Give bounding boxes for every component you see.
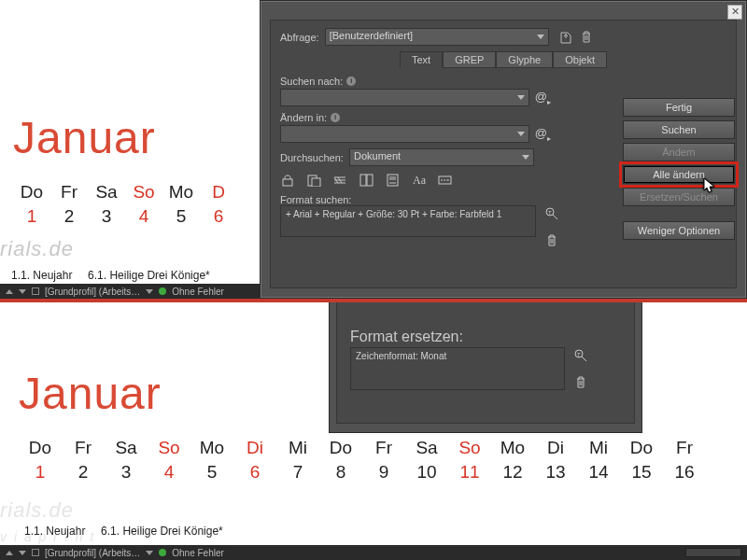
info-icon: i — [346, 77, 356, 86]
calendar-bottom: Januar DoFrSaSoMoDiMiDoFrSaSoMoDiMiDoFr … — [19, 368, 728, 484]
date-cell: 10 — [405, 460, 448, 484]
query-label: Abfrage: — [280, 32, 319, 43]
weekday-cell: Mo — [491, 436, 534, 460]
weekday-cell: Mo — [162, 180, 200, 204]
locked-stories-icon[interactable] — [306, 172, 323, 189]
month-title: Januar — [13, 112, 256, 163]
weekday-cell: Sa — [105, 436, 148, 460]
status-ok-icon — [159, 287, 166, 295]
tab-text[interactable]: Text — [400, 51, 443, 68]
query-dropdown[interactable]: [Benutzerdefiniert] — [325, 28, 549, 46]
tab-grep[interactable]: GREP — [443, 51, 496, 68]
scope-label: Durchsuchen: — [280, 152, 344, 163]
scope-dropdown[interactable]: Dokument — [349, 148, 534, 166]
watermark: rials.dev i a p r i n t — [0, 498, 95, 547]
status-right-box — [685, 548, 741, 557]
find-format-box[interactable]: + Arial + Regular + Größe: 30 Pt + Farbe… — [280, 205, 536, 237]
date-cell: 5 — [190, 460, 233, 484]
date-cell: 1 — [13, 204, 50, 229]
find-button[interactable]: Suchen — [623, 120, 735, 139]
date-cell: 11 — [448, 460, 491, 484]
delete-query-icon[interactable] — [579, 30, 594, 45]
errors-label: Ohne Fehler — [172, 287, 224, 297]
specify-format-icon[interactable]: T — [572, 347, 589, 364]
date-cell: 1 — [19, 460, 62, 484]
status-ok-icon — [159, 549, 166, 556]
nav-prev-icon[interactable] — [6, 289, 13, 294]
locked-layers-icon[interactable] — [280, 172, 297, 189]
date-cell: 6 — [233, 460, 276, 484]
specify-format-icon[interactable]: T — [543, 205, 560, 222]
month-title: Januar — [19, 368, 728, 419]
dropdown-icon[interactable] — [146, 551, 153, 555]
profile-label: [Grundprofil] (Arbeits… — [45, 287, 140, 297]
special-char-icon[interactable]: @▸ — [535, 126, 551, 143]
weekday-cell: Fr — [50, 180, 88, 204]
find-format-label: Format suchen: — [280, 194, 560, 205]
weekday-cell: Di — [233, 436, 276, 460]
master-pages-icon[interactable] — [359, 172, 375, 189]
week-table-top: DoFrSaSoMoD 123456 — [13, 180, 237, 229]
svg-rect-5 — [388, 175, 398, 186]
weekday-cell: Fr — [663, 436, 706, 460]
profile-label: [Grundprofil] (Arbeits… — [45, 548, 140, 558]
info-icon: i — [331, 113, 340, 122]
search-option-icons: Aa — [280, 172, 560, 189]
hidden-layers-icon[interactable] — [332, 172, 349, 189]
note-neujahr: 1.1. Neujahr — [24, 525, 85, 538]
calendar-notes-top: 1.1. Neujahr 6.1. Heilige Drei Könige* — [11, 269, 210, 282]
page-icon — [32, 549, 39, 556]
weekday-cell: Sa — [88, 180, 125, 204]
action-buttons: Fertig Suchen Ändern Alle ändern Ersetze… — [623, 66, 735, 240]
nav-prev-icon[interactable] — [6, 551, 13, 555]
change-input[interactable] — [280, 125, 529, 143]
errors-label: Ohne Fehler — [172, 548, 224, 558]
status-bar-top: [Grundprofil] (Arbeits… Ohne Fehler — [0, 284, 261, 299]
date-cell: 6 — [200, 204, 237, 229]
fewer-options-button[interactable]: Weniger Optionen — [623, 221, 735, 240]
case-sensitive-icon[interactable]: Aa — [411, 172, 428, 189]
weekday-cell: Mo — [190, 436, 233, 460]
date-cell: 4 — [148, 460, 190, 484]
done-button[interactable]: Fertig — [623, 98, 735, 117]
weekday-cell: So — [148, 436, 190, 460]
change-format-label: Format ersetzen: — [350, 329, 625, 345]
note-koenige: 6.1. Heilige Drei Könige* — [101, 525, 223, 538]
week-table-bottom: DoFrSaSoMoDiMiDoFrSaSoMoDiMiDoFr 1234567… — [19, 436, 706, 484]
clear-format-icon[interactable] — [543, 231, 560, 248]
weekday-cell: D — [200, 180, 237, 204]
svg-rect-3 — [360, 175, 366, 186]
weekday-cell: Do — [319, 436, 362, 460]
replace-find-button: Ersetzen/Suchen — [623, 188, 735, 206]
dropdown-icon[interactable] — [146, 289, 153, 294]
footnotes-icon[interactable] — [385, 172, 402, 189]
date-cell: 16 — [663, 460, 706, 484]
find-change-dialog: ✕ Abfrage: [Benutzerdefiniert] Text GREP… — [260, 0, 747, 299]
calendar-top: Januar DoFrSaSoMoD 123456 — [13, 112, 256, 229]
query-value: [Benutzerdefiniert] — [330, 30, 413, 41]
tab-glyphe[interactable]: Glyphe — [496, 51, 553, 68]
scope-value: Dokument — [354, 150, 401, 161]
find-label: Suchen nach: — [280, 76, 343, 87]
whole-word-icon[interactable] — [437, 172, 454, 189]
tab-objekt[interactable]: Objekt — [553, 51, 607, 68]
svg-rect-4 — [367, 175, 373, 186]
note-neujahr: 1.1. Neujahr — [11, 269, 72, 282]
change-all-button[interactable]: Alle ändern — [623, 165, 735, 184]
weekday-cell: Mi — [577, 436, 620, 460]
svg-rect-0 — [283, 179, 292, 186]
date-cell: 13 — [534, 460, 577, 484]
weekday-cell: Sa — [405, 436, 448, 460]
special-char-icon[interactable]: @▸ — [535, 90, 551, 106]
nav-next-icon[interactable] — [19, 551, 26, 555]
nav-next-icon[interactable] — [19, 289, 26, 294]
date-cell: 12 — [491, 460, 534, 484]
weekday-cell: Fr — [362, 436, 405, 460]
weekday-cell: Do — [620, 436, 663, 460]
weekday-cell: So — [125, 180, 162, 204]
change-button: Ändern — [623, 143, 735, 161]
close-icon[interactable]: ✕ — [727, 5, 742, 20]
find-input[interactable] — [280, 89, 529, 106]
change-label: Ändern in: — [280, 112, 327, 123]
save-query-icon[interactable] — [558, 30, 573, 45]
